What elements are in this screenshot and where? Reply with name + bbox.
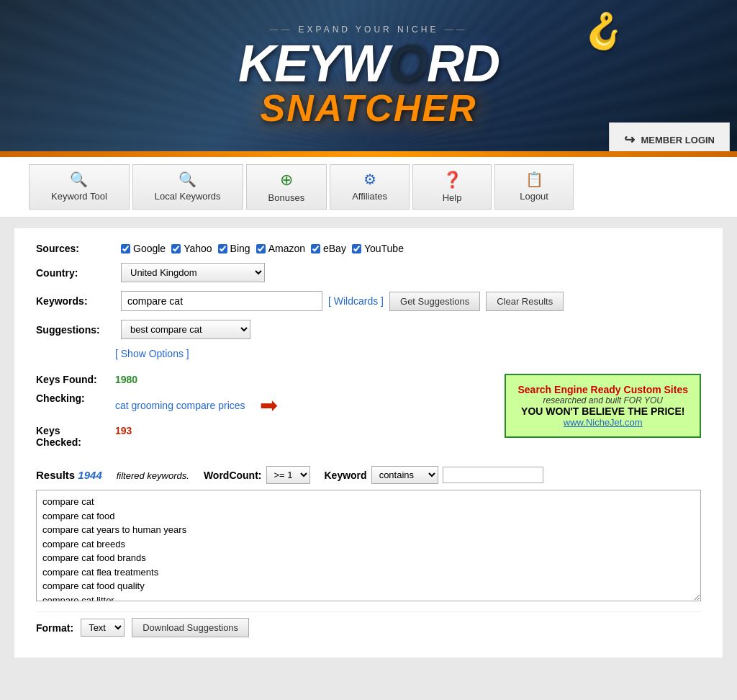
nav-keyword-tool[interactable]: 🔍 Keyword Tool bbox=[29, 164, 130, 210]
keys-found-row: Keys Found: 1980 bbox=[36, 374, 505, 385]
clear-results-button[interactable]: Clear Results bbox=[486, 292, 564, 311]
nav-logout-label: Logout bbox=[520, 191, 548, 202]
keywords-label: Keywords: bbox=[36, 295, 115, 307]
logo: EXPAND YOUR NICHE KEYWORD SNATCHER bbox=[238, 24, 499, 127]
source-bing[interactable]: Bing bbox=[218, 243, 250, 254]
youtube-checkbox[interactable] bbox=[352, 244, 361, 253]
ad-bold: YOU WON'T BELIEVE THE PRICE! bbox=[517, 405, 688, 417]
wordcount-filter-select[interactable]: >= 1 >= 2 >= 3 bbox=[266, 466, 310, 484]
format-select[interactable]: Text CSV bbox=[81, 619, 125, 637]
keywords-input[interactable] bbox=[121, 291, 322, 311]
results-count: 1944 bbox=[78, 469, 101, 481]
ad-subtext: researched and built FOR YOU bbox=[517, 395, 688, 405]
login-icon: ↪ bbox=[624, 132, 635, 148]
results-sub-block: filtered keywords. bbox=[117, 469, 189, 482]
main-content: Sources: Google Yahoo Bing Amazon eBay Y… bbox=[14, 228, 723, 658]
keyword-filter-label: Keyword bbox=[325, 470, 367, 481]
member-login-button[interactable]: ↪ MEMBER LOGIN bbox=[609, 122, 730, 151]
youtube-label: YouTube bbox=[364, 243, 404, 254]
source-ebay[interactable]: eBay bbox=[311, 243, 346, 254]
sources-row: Sources: Google Yahoo Bing Amazon eBay Y… bbox=[36, 243, 701, 254]
nav-help[interactable]: ❓ Help bbox=[412, 164, 492, 210]
nav-bonuses[interactable]: ⊕ Bonuses bbox=[246, 164, 327, 210]
yahoo-checkbox[interactable] bbox=[171, 244, 181, 253]
local-keywords-icon: 🔍 bbox=[178, 171, 196, 188]
bing-label: Bing bbox=[230, 243, 250, 254]
yahoo-label: Yahoo bbox=[184, 243, 212, 254]
nav-affiliates-label: Affiliates bbox=[352, 191, 387, 202]
suggestions-select[interactable]: best compare cat bbox=[121, 320, 250, 339]
wordcount-label: WordCount: bbox=[204, 470, 262, 481]
source-amazon[interactable]: Amazon bbox=[256, 243, 305, 254]
hook-icon: 🪝 bbox=[579, 7, 629, 55]
stats-section: Keys Found: 1980 Checking: cat grooming … bbox=[36, 374, 505, 455]
source-youtube[interactable]: YouTube bbox=[352, 243, 404, 254]
nav-bonuses-label: Bonuses bbox=[268, 192, 305, 203]
source-google[interactable]: Google bbox=[121, 243, 166, 254]
nav-bar: 🔍 Keyword Tool 🔍 Local Keywords ⊕ Bonuse… bbox=[0, 157, 737, 217]
google-checkbox[interactable] bbox=[121, 244, 130, 253]
bonuses-icon: ⊕ bbox=[280, 171, 293, 189]
ebay-checkbox[interactable] bbox=[311, 244, 320, 253]
format-label: Format: bbox=[36, 622, 73, 634]
header-subtitle: EXPAND YOUR NICHE bbox=[238, 24, 499, 35]
keys-found-label: Keys Found: bbox=[36, 374, 115, 385]
header-snatcher: SNATCHER bbox=[238, 89, 499, 127]
checking-content: cat grooming compare prices ➡ bbox=[115, 392, 278, 418]
nav-affiliates[interactable]: ⚙ Affiliates bbox=[330, 164, 410, 210]
help-icon: ❓ bbox=[443, 171, 462, 189]
suggestions-row: Suggestions: best compare cat bbox=[36, 320, 701, 339]
orange-bar bbox=[0, 151, 737, 157]
download-suggestions-button[interactable]: Download Suggestions bbox=[132, 618, 249, 637]
nav-local-keywords-label: Local Keywords bbox=[155, 191, 221, 202]
nav-logout[interactable]: 📋 Logout bbox=[494, 164, 574, 210]
arrow-icon: ➡ bbox=[260, 392, 278, 418]
checking-label: Checking: bbox=[36, 392, 115, 404]
logout-icon: 📋 bbox=[525, 171, 543, 188]
nav-help-label: Help bbox=[443, 192, 462, 203]
amazon-checkbox[interactable] bbox=[256, 244, 266, 253]
checking-value[interactable]: cat grooming compare prices bbox=[115, 400, 245, 411]
keywords-row: Keywords: [ Wildcards ] Get Suggestions … bbox=[36, 291, 701, 311]
format-row: Format: Text CSV Download Suggestions bbox=[36, 611, 701, 643]
header-keyword: KEYWORD bbox=[238, 37, 499, 89]
results-sub-label: filtered keywords. bbox=[117, 470, 189, 481]
ad-headline: Search Engine Ready Custom Sites bbox=[517, 384, 688, 395]
results-label: Results 1944 bbox=[36, 469, 102, 481]
sources-label: Sources: bbox=[36, 243, 115, 254]
results-textarea[interactable]: compare cat compare cat food compare cat… bbox=[36, 490, 701, 601]
ad-link[interactable]: www.NicheJet.com bbox=[564, 417, 643, 428]
nav-keyword-tool-label: Keyword Tool bbox=[51, 191, 107, 202]
country-row: Country: United Kingdom United States Ca… bbox=[36, 263, 701, 282]
checking-row: Checking: cat grooming compare prices ➡ bbox=[36, 392, 505, 418]
nav-local-keywords[interactable]: 🔍 Local Keywords bbox=[132, 164, 243, 210]
source-yahoo[interactable]: Yahoo bbox=[171, 243, 212, 254]
stats-ad-container: Keys Found: 1980 Checking: cat grooming … bbox=[36, 374, 701, 455]
keys-checked-row: KeysChecked: 193 bbox=[36, 425, 505, 448]
country-label: Country: bbox=[36, 267, 115, 279]
contains-select[interactable]: contains starts with ends with bbox=[371, 466, 438, 484]
ad-box: Search Engine Ready Custom Sites researc… bbox=[505, 374, 701, 438]
ebay-label: eBay bbox=[323, 243, 346, 254]
results-header: Results 1944 filtered keywords. WordCoun… bbox=[36, 466, 701, 484]
get-suggestions-button[interactable]: Get Suggestions bbox=[389, 292, 480, 311]
header: EXPAND YOUR NICHE KEYWORD SNATCHER 🪝 ↪ M… bbox=[0, 0, 737, 151]
google-label: Google bbox=[133, 243, 166, 254]
suggestions-label: Suggestions: bbox=[36, 324, 115, 336]
member-login-label: MEMBER LOGIN bbox=[641, 135, 715, 145]
keys-checked-label: KeysChecked: bbox=[36, 425, 115, 448]
wordcount-block: WordCount: >= 1 >= 2 >= 3 bbox=[204, 466, 310, 484]
results-title-block: Results 1944 bbox=[36, 469, 102, 482]
bing-checkbox[interactable] bbox=[218, 244, 227, 253]
country-select[interactable]: United Kingdom United States Canada Aust… bbox=[121, 263, 265, 282]
show-options-link[interactable]: [ Show Options ] bbox=[115, 348, 701, 359]
keys-found-value: 1980 bbox=[115, 374, 137, 385]
affiliates-icon: ⚙ bbox=[363, 171, 376, 188]
keyword-tool-icon: 🔍 bbox=[70, 171, 88, 188]
keyword-filter-input[interactable] bbox=[443, 467, 543, 483]
amazon-label: Amazon bbox=[268, 243, 305, 254]
wildcards-link[interactable]: [ Wildcards ] bbox=[328, 295, 384, 307]
keyword-filter-block: Keyword contains starts with ends with bbox=[325, 466, 543, 484]
keys-checked-value: 193 bbox=[115, 425, 132, 436]
